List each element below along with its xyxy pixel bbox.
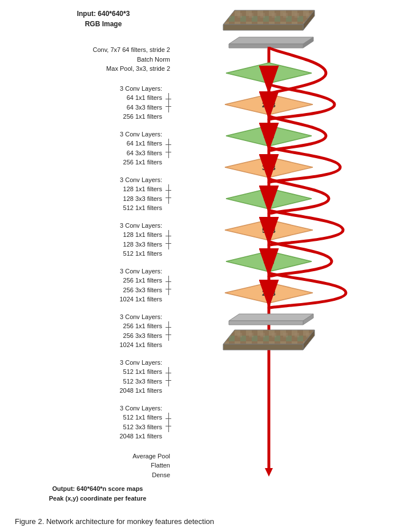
group1-line2: 64 3x3 filters: [120, 103, 162, 112]
svg-marker-32: [229, 321, 303, 325]
group6-line3: 1024 1x1 filters: [119, 340, 162, 350]
svg-text:CB: CB: [264, 69, 275, 78]
svg-marker-33: [223, 330, 315, 344]
group4-line0: 3 Conv Layers:: [120, 221, 162, 231]
svg-marker-7: [265, 468, 273, 477]
group2-line0: 3 Conv Layers:: [120, 130, 162, 139]
input-label-line2: RGB Image: [32, 19, 175, 29]
group3-line0: 3 Conv Layers:: [120, 175, 162, 185]
svg-text:CB: CB: [264, 195, 275, 203]
group2-line2: 64 3x3 filters: [120, 148, 162, 158]
pre-layer-1: Batch Norm: [9, 55, 170, 65]
post-layer-0: Average Pool: [9, 452, 170, 461]
svg-marker-30: [229, 314, 313, 321]
svg-marker-8: [223, 10, 315, 25]
group7-line3: 2048 1x1 filters: [119, 386, 162, 396]
group2-line1: 64 1x1 filters: [120, 139, 162, 148]
group5-line2: 256 3x3 filters: [119, 285, 162, 295]
svg-text:2 IB: 2 IB: [262, 289, 276, 297]
pre-layer-0: Conv, 7x7 64 filters, stride 2: [9, 45, 170, 55]
svg-marker-10: [223, 25, 303, 30]
svg-text:5 IB: 5 IB: [262, 226, 276, 235]
group1-line0: 3 Conv Layers:: [120, 84, 162, 94]
group4-line2: 128 3x3 filters: [120, 240, 162, 249]
svg-text:3 IB: 3 IB: [262, 163, 276, 172]
svg-marker-13: [229, 44, 303, 48]
group3-line2: 128 3x3 filters: [120, 194, 162, 204]
group3-line3: 512 1x1 filters: [120, 203, 162, 213]
group8-line3: 2048 1x1 filters: [119, 432, 162, 441]
svg-marker-35: [223, 344, 303, 350]
input-label-line1: Input: 640*640*3: [32, 9, 175, 19]
svg-text:2 IB: 2 IB: [262, 100, 276, 109]
group5-line1: 256 1x1 filters: [119, 276, 162, 285]
group7-line1: 512 1x1 filters: [119, 367, 162, 377]
group4-line1: 128 1x1 filters: [120, 230, 162, 240]
group5-line3: 1024 1x1 filters: [119, 295, 162, 304]
pre-layer-2: Max Pool, 3x3, stride 2: [9, 64, 170, 74]
group8-line2: 512 3x3 filters: [119, 422, 162, 432]
figure-caption: Figure 2. Network architecture for monke…: [9, 517, 386, 526]
output-label-line2: Peak (x,y) coordinate per feature: [21, 494, 175, 503]
group3-line1: 128 1x1 filters: [120, 184, 162, 194]
group6-line2: 256 3x3 filters: [119, 331, 162, 341]
svg-marker-11: [229, 37, 313, 44]
post-layer-2: Dense: [9, 470, 170, 480]
group8-line0: 3 Conv Layers:: [119, 404, 162, 413]
post-layer-1: Flatten: [9, 461, 170, 470]
group6-line0: 3 Conv Layers:: [119, 312, 162, 322]
svg-text:CB: CB: [264, 132, 275, 140]
group7-line0: 3 Conv Layers:: [119, 358, 162, 368]
group5-line0: 3 Conv Layers:: [119, 267, 162, 276]
group1-line1: 64 1x1 filters: [120, 93, 162, 103]
output-label-line1: Output: 640*640*n score maps: [21, 484, 175, 494]
group8-line1: 512 1x1 filters: [119, 413, 162, 422]
network-diagram: CB 2 IB CB 3 IB CB: [180, 6, 386, 502]
group1-line3: 256 1x1 filters: [120, 112, 162, 122]
group6-line1: 256 1x1 filters: [119, 321, 162, 331]
group2-line3: 256 1x1 filters: [120, 158, 162, 167]
group7-line2: 512 3x3 filters: [119, 377, 162, 386]
svg-text:CB: CB: [264, 257, 275, 266]
group4-line3: 512 1x1 filters: [120, 249, 162, 259]
